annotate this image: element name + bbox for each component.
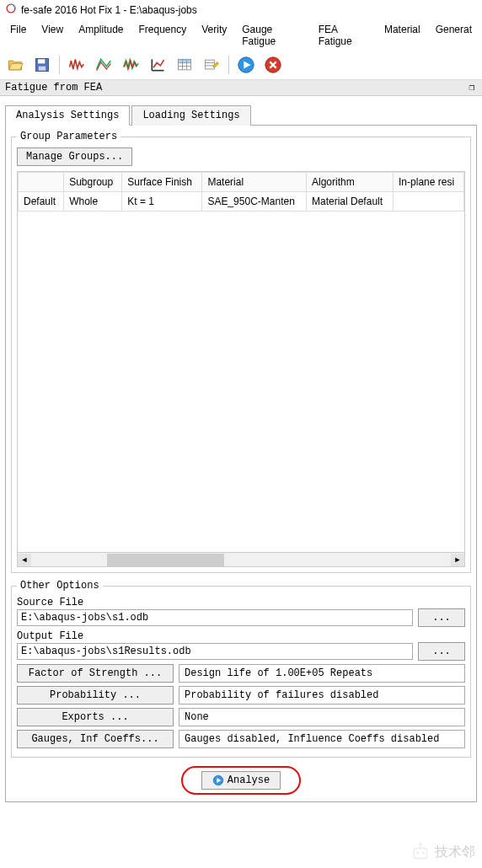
other-options: Other Options Source File ... Output Fil… bbox=[11, 580, 471, 758]
cell-surface-finish[interactable]: Kt = 1 bbox=[122, 192, 202, 212]
tab-analysis-settings[interactable]: Analysis Settings bbox=[5, 105, 130, 126]
col-blank[interactable] bbox=[19, 173, 64, 192]
svg-rect-22 bbox=[414, 849, 426, 859]
run-icon[interactable] bbox=[234, 53, 258, 77]
panel-label-bar: Fatigue from FEA ❐ bbox=[0, 80, 482, 96]
robot-icon bbox=[410, 841, 431, 863]
col-inplane[interactable]: In-plane resi bbox=[394, 173, 464, 192]
output-file-label: Output File bbox=[17, 630, 465, 642]
cell-subgroup[interactable]: Whole bbox=[64, 192, 122, 212]
col-subgroup[interactable]: Subgroup bbox=[64, 173, 122, 192]
horizontal-scrollbar[interactable]: ◄ ► bbox=[18, 552, 464, 566]
svg-rect-11 bbox=[179, 59, 191, 62]
highlight-ring: Analyse bbox=[181, 766, 301, 795]
output-browse-button[interactable]: ... bbox=[418, 642, 465, 661]
watermark: 技术邻 bbox=[410, 841, 475, 863]
tabs: Analysis Settings Loading Settings bbox=[5, 104, 477, 125]
scroll-right-icon[interactable]: ► bbox=[451, 554, 464, 566]
menu-generate[interactable]: Generat bbox=[429, 21, 479, 50]
col-algorithm[interactable]: Algorithm bbox=[307, 173, 394, 192]
source-file-input[interactable] bbox=[17, 609, 413, 626]
group-parameters-legend: Group Parameters bbox=[17, 131, 121, 142]
axes-icon[interactable] bbox=[146, 53, 169, 77]
svg-point-24 bbox=[422, 851, 425, 854]
factor-of-strength-value: Design life of 1.00E+05 Repeats bbox=[179, 664, 465, 683]
svg-point-23 bbox=[416, 851, 419, 854]
svg-rect-3 bbox=[39, 67, 46, 71]
output-file-input[interactable] bbox=[17, 643, 413, 660]
scroll-thumb[interactable] bbox=[107, 554, 224, 566]
source-file-label: Source File bbox=[17, 597, 465, 608]
svg-point-26 bbox=[419, 843, 421, 845]
window-title: fe-safe 2016 Hot Fix 1 - E:\abaqus-jobs bbox=[21, 4, 197, 16]
menu-view[interactable]: View bbox=[35, 21, 70, 50]
wave-red-icon[interactable] bbox=[65, 53, 88, 77]
gauges-button[interactable]: Gauges, Inf Coeffs... bbox=[17, 730, 174, 748]
cell-inplane[interactable] bbox=[394, 192, 464, 212]
menu-amplitude[interactable]: Amplitude bbox=[72, 21, 130, 50]
edit-table-icon[interactable] bbox=[200, 53, 223, 77]
col-surface-finish[interactable]: Surface Finish bbox=[122, 173, 202, 192]
table-header-row: Subgroup Surface Finish Material Algorit… bbox=[19, 173, 464, 192]
toolbar bbox=[0, 51, 482, 80]
play-icon bbox=[212, 774, 224, 786]
menu-material[interactable]: Material bbox=[378, 21, 427, 50]
dock-icon[interactable]: ❐ bbox=[466, 82, 477, 94]
factor-of-strength-button[interactable]: Factor of Strength ... bbox=[17, 664, 174, 683]
app-icon bbox=[5, 3, 17, 17]
cell-name[interactable]: Default bbox=[19, 192, 64, 212]
stop-icon[interactable] bbox=[261, 53, 285, 77]
save-icon[interactable] bbox=[30, 53, 54, 77]
source-browse-button[interactable]: ... bbox=[418, 608, 465, 627]
scroll-left-icon[interactable]: ◄ bbox=[18, 554, 31, 566]
panel-label: Fatigue from FEA bbox=[5, 82, 102, 94]
cell-material[interactable]: SAE_950C-Manten bbox=[202, 192, 307, 212]
analyse-button[interactable]: Analyse bbox=[201, 771, 281, 790]
tab-loading-settings[interactable]: Loading Settings bbox=[131, 105, 250, 126]
table-row[interactable]: Default Whole Kt = 1 SAE_950C-Manten Mat… bbox=[19, 192, 464, 212]
menu-bar: File View Amplitude Frequency Verity Gau… bbox=[0, 19, 482, 51]
cell-algorithm[interactable]: Material Default bbox=[307, 192, 394, 212]
group-table: Subgroup Surface Finish Material Algorit… bbox=[17, 171, 465, 567]
group-parameters: Group Parameters Manage Groups... Subgro… bbox=[11, 131, 471, 573]
menu-frequency[interactable]: Frequency bbox=[132, 21, 194, 50]
other-options-legend: Other Options bbox=[17, 580, 103, 592]
svg-rect-12 bbox=[206, 60, 215, 69]
table-icon[interactable] bbox=[173, 53, 196, 77]
menu-verity[interactable]: Verity bbox=[195, 21, 233, 50]
open-icon[interactable] bbox=[3, 53, 27, 77]
menu-fea-fatigue[interactable]: FEA Fatigue bbox=[312, 21, 376, 50]
wave-mix-icon[interactable] bbox=[119, 53, 142, 77]
probability-value: Probability of failures disabled bbox=[179, 686, 465, 705]
col-material[interactable]: Material bbox=[202, 173, 307, 192]
analyse-label: Analyse bbox=[228, 774, 270, 786]
menu-file[interactable]: File bbox=[3, 21, 33, 50]
manage-groups-button[interactable]: Manage Groups... bbox=[17, 147, 132, 166]
probability-button[interactable]: Probability ... bbox=[17, 686, 174, 705]
envelope-green-icon[interactable] bbox=[92, 53, 115, 77]
gauges-value: Gauges disabled, Influence Coeffs disabl… bbox=[179, 730, 465, 748]
watermark-text: 技术邻 bbox=[435, 844, 475, 861]
menu-gauge-fatigue[interactable]: Gauge Fatigue bbox=[235, 21, 309, 50]
exports-button[interactable]: Exports ... bbox=[17, 708, 174, 726]
title-bar: fe-safe 2016 Hot Fix 1 - E:\abaqus-jobs bbox=[0, 0, 482, 19]
exports-value: None bbox=[179, 708, 465, 726]
svg-rect-2 bbox=[38, 59, 45, 63]
